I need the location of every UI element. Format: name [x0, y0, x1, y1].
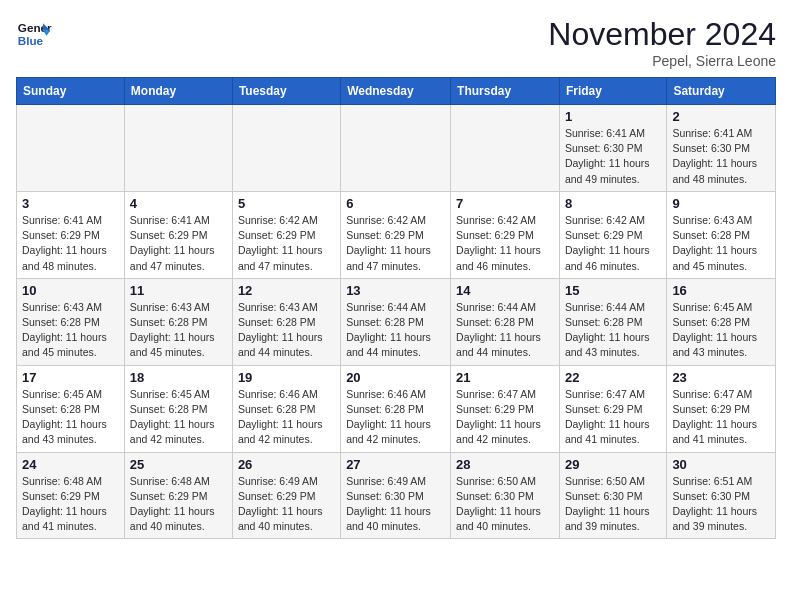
weekday-header: Thursday [451, 78, 560, 105]
day-number: 8 [565, 196, 661, 211]
day-detail: Sunrise: 6:42 AM Sunset: 6:29 PM Dayligh… [456, 214, 541, 272]
day-number: 22 [565, 370, 661, 385]
weekday-header: Sunday [17, 78, 125, 105]
day-number: 9 [672, 196, 770, 211]
day-number: 13 [346, 283, 445, 298]
day-number: 5 [238, 196, 335, 211]
weekday-header: Tuesday [232, 78, 340, 105]
day-number: 12 [238, 283, 335, 298]
day-detail: Sunrise: 6:50 AM Sunset: 6:30 PM Dayligh… [565, 475, 650, 533]
title-section: November 2024 Pepel, Sierra Leone [548, 16, 776, 69]
day-detail: Sunrise: 6:45 AM Sunset: 6:28 PM Dayligh… [22, 388, 107, 446]
day-detail: Sunrise: 6:43 AM Sunset: 6:28 PM Dayligh… [238, 301, 323, 359]
weekday-header: Wednesday [341, 78, 451, 105]
day-detail: Sunrise: 6:46 AM Sunset: 6:28 PM Dayligh… [346, 388, 431, 446]
calendar-cell: 21Sunrise: 6:47 AM Sunset: 6:29 PM Dayli… [451, 365, 560, 452]
day-number: 27 [346, 457, 445, 472]
day-detail: Sunrise: 6:42 AM Sunset: 6:29 PM Dayligh… [238, 214, 323, 272]
day-number: 18 [130, 370, 227, 385]
calendar-cell: 13Sunrise: 6:44 AM Sunset: 6:28 PM Dayli… [341, 278, 451, 365]
day-number: 10 [22, 283, 119, 298]
svg-text:Blue: Blue [18, 34, 44, 47]
day-number: 28 [456, 457, 554, 472]
day-detail: Sunrise: 6:42 AM Sunset: 6:29 PM Dayligh… [346, 214, 431, 272]
day-number: 21 [456, 370, 554, 385]
calendar-cell: 22Sunrise: 6:47 AM Sunset: 6:29 PM Dayli… [559, 365, 666, 452]
calendar-cell: 29Sunrise: 6:50 AM Sunset: 6:30 PM Dayli… [559, 452, 666, 539]
day-number: 19 [238, 370, 335, 385]
day-detail: Sunrise: 6:47 AM Sunset: 6:29 PM Dayligh… [672, 388, 757, 446]
calendar-cell: 26Sunrise: 6:49 AM Sunset: 6:29 PM Dayli… [232, 452, 340, 539]
calendar-week-row: 10Sunrise: 6:43 AM Sunset: 6:28 PM Dayli… [17, 278, 776, 365]
calendar-cell: 23Sunrise: 6:47 AM Sunset: 6:29 PM Dayli… [667, 365, 776, 452]
calendar-cell: 19Sunrise: 6:46 AM Sunset: 6:28 PM Dayli… [232, 365, 340, 452]
calendar-cell: 6Sunrise: 6:42 AM Sunset: 6:29 PM Daylig… [341, 191, 451, 278]
day-detail: Sunrise: 6:44 AM Sunset: 6:28 PM Dayligh… [565, 301, 650, 359]
day-number: 15 [565, 283, 661, 298]
day-number: 26 [238, 457, 335, 472]
day-number: 6 [346, 196, 445, 211]
calendar-cell: 5Sunrise: 6:42 AM Sunset: 6:29 PM Daylig… [232, 191, 340, 278]
day-number: 17 [22, 370, 119, 385]
weekday-header: Monday [124, 78, 232, 105]
calendar-cell: 17Sunrise: 6:45 AM Sunset: 6:28 PM Dayli… [17, 365, 125, 452]
calendar-cell: 8Sunrise: 6:42 AM Sunset: 6:29 PM Daylig… [559, 191, 666, 278]
calendar-week-row: 17Sunrise: 6:45 AM Sunset: 6:28 PM Dayli… [17, 365, 776, 452]
calendar-cell: 20Sunrise: 6:46 AM Sunset: 6:28 PM Dayli… [341, 365, 451, 452]
day-number: 3 [22, 196, 119, 211]
day-detail: Sunrise: 6:45 AM Sunset: 6:28 PM Dayligh… [130, 388, 215, 446]
day-number: 25 [130, 457, 227, 472]
day-detail: Sunrise: 6:48 AM Sunset: 6:29 PM Dayligh… [130, 475, 215, 533]
day-number: 16 [672, 283, 770, 298]
day-number: 4 [130, 196, 227, 211]
calendar-cell: 27Sunrise: 6:49 AM Sunset: 6:30 PM Dayli… [341, 452, 451, 539]
month-title: November 2024 [548, 16, 776, 53]
day-number: 11 [130, 283, 227, 298]
day-detail: Sunrise: 6:49 AM Sunset: 6:29 PM Dayligh… [238, 475, 323, 533]
calendar-week-row: 1Sunrise: 6:41 AM Sunset: 6:30 PM Daylig… [17, 105, 776, 192]
page-header: General Blue November 2024 Pepel, Sierra… [16, 16, 776, 69]
calendar-header: SundayMondayTuesdayWednesdayThursdayFrid… [17, 78, 776, 105]
day-detail: Sunrise: 6:41 AM Sunset: 6:30 PM Dayligh… [672, 127, 757, 185]
day-detail: Sunrise: 6:43 AM Sunset: 6:28 PM Dayligh… [130, 301, 215, 359]
day-number: 23 [672, 370, 770, 385]
calendar-table: SundayMondayTuesdayWednesdayThursdayFrid… [16, 77, 776, 539]
day-number: 29 [565, 457, 661, 472]
calendar-week-row: 24Sunrise: 6:48 AM Sunset: 6:29 PM Dayli… [17, 452, 776, 539]
day-number: 30 [672, 457, 770, 472]
calendar-cell: 9Sunrise: 6:43 AM Sunset: 6:28 PM Daylig… [667, 191, 776, 278]
day-detail: Sunrise: 6:41 AM Sunset: 6:29 PM Dayligh… [22, 214, 107, 272]
calendar-cell: 7Sunrise: 6:42 AM Sunset: 6:29 PM Daylig… [451, 191, 560, 278]
calendar-cell: 3Sunrise: 6:41 AM Sunset: 6:29 PM Daylig… [17, 191, 125, 278]
calendar-cell [17, 105, 125, 192]
day-detail: Sunrise: 6:44 AM Sunset: 6:28 PM Dayligh… [346, 301, 431, 359]
calendar-cell: 14Sunrise: 6:44 AM Sunset: 6:28 PM Dayli… [451, 278, 560, 365]
day-detail: Sunrise: 6:51 AM Sunset: 6:30 PM Dayligh… [672, 475, 757, 533]
calendar-cell: 15Sunrise: 6:44 AM Sunset: 6:28 PM Dayli… [559, 278, 666, 365]
calendar-cell: 16Sunrise: 6:45 AM Sunset: 6:28 PM Dayli… [667, 278, 776, 365]
day-number: 7 [456, 196, 554, 211]
day-detail: Sunrise: 6:43 AM Sunset: 6:28 PM Dayligh… [22, 301, 107, 359]
calendar-cell: 2Sunrise: 6:41 AM Sunset: 6:30 PM Daylig… [667, 105, 776, 192]
day-detail: Sunrise: 6:45 AM Sunset: 6:28 PM Dayligh… [672, 301, 757, 359]
day-detail: Sunrise: 6:44 AM Sunset: 6:28 PM Dayligh… [456, 301, 541, 359]
day-detail: Sunrise: 6:47 AM Sunset: 6:29 PM Dayligh… [565, 388, 650, 446]
weekday-header: Friday [559, 78, 666, 105]
calendar-cell: 10Sunrise: 6:43 AM Sunset: 6:28 PM Dayli… [17, 278, 125, 365]
calendar-cell: 25Sunrise: 6:48 AM Sunset: 6:29 PM Dayli… [124, 452, 232, 539]
day-number: 14 [456, 283, 554, 298]
calendar-cell: 18Sunrise: 6:45 AM Sunset: 6:28 PM Dayli… [124, 365, 232, 452]
calendar-cell [232, 105, 340, 192]
day-detail: Sunrise: 6:43 AM Sunset: 6:28 PM Dayligh… [672, 214, 757, 272]
day-detail: Sunrise: 6:49 AM Sunset: 6:30 PM Dayligh… [346, 475, 431, 533]
logo: General Blue [16, 16, 52, 52]
calendar-cell [124, 105, 232, 192]
day-detail: Sunrise: 6:41 AM Sunset: 6:30 PM Dayligh… [565, 127, 650, 185]
calendar-cell: 1Sunrise: 6:41 AM Sunset: 6:30 PM Daylig… [559, 105, 666, 192]
calendar-cell: 24Sunrise: 6:48 AM Sunset: 6:29 PM Dayli… [17, 452, 125, 539]
day-number: 20 [346, 370, 445, 385]
day-detail: Sunrise: 6:42 AM Sunset: 6:29 PM Dayligh… [565, 214, 650, 272]
calendar-cell [451, 105, 560, 192]
day-detail: Sunrise: 6:48 AM Sunset: 6:29 PM Dayligh… [22, 475, 107, 533]
calendar-cell: 4Sunrise: 6:41 AM Sunset: 6:29 PM Daylig… [124, 191, 232, 278]
